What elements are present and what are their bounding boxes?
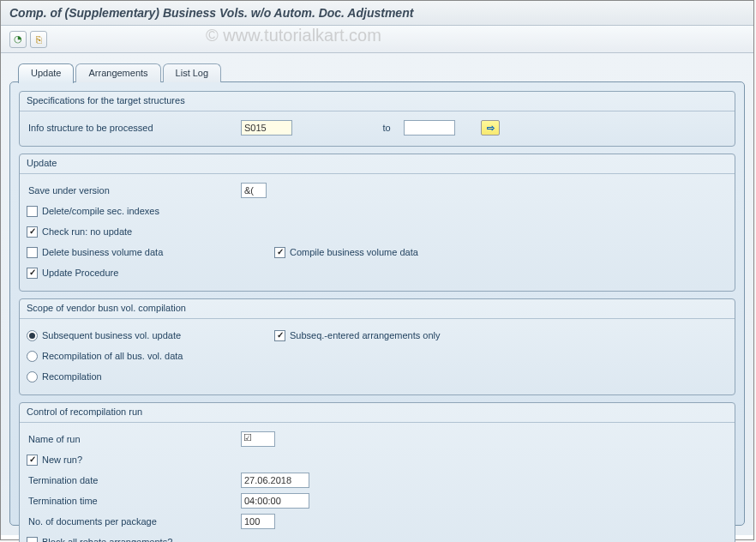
label-to: to [369, 123, 404, 133]
input-info-structure-from[interactable] [241, 120, 292, 136]
variants-button[interactable]: ⎘ [30, 31, 47, 48]
check-label: Subseq.-entered arrangements only [290, 330, 441, 340]
group-update: Update Save under version Delete/compile… [19, 154, 735, 292]
check-delete-bv[interactable]: Delete business volume data [27, 247, 262, 258]
radio-label: Subsequent business vol. update [42, 330, 181, 340]
radio-recomp[interactable]: Recompilation [27, 371, 102, 382]
tab-strip: Update Arrangements List Log [18, 63, 745, 82]
tab-list-log[interactable]: List Log [163, 63, 222, 82]
checkbox-icon [27, 268, 38, 279]
multiple-selection-button[interactable]: ⇨ [481, 120, 500, 136]
label-termination-date: Termination date [27, 475, 241, 485]
check-update-procedure[interactable]: Update Procedure [27, 268, 118, 279]
group-title-specifications: Specifications for the target structures [20, 92, 735, 111]
check-label: Update Procedure [42, 268, 118, 278]
input-info-structure-to[interactable] [404, 120, 455, 136]
input-docs-per-package[interactable] [241, 514, 275, 529]
check-subseq-entered[interactable]: Subseq.-entered arrangements only [274, 330, 441, 341]
check-check-run[interactable]: Check run: no update [27, 226, 132, 238]
application-toolbar: ◔ ⎘ [1, 26, 753, 53]
check-label: Compile business volume data [290, 247, 418, 257]
window-title: Comp. of (Supplementary) Business Vols. … [1, 1, 753, 26]
checkbox-icon [27, 455, 38, 466]
execute-icon: ◔ [14, 33, 22, 45]
check-label: New run? [42, 455, 82, 465]
checkbox-icon [27, 226, 38, 238]
input-name-of-run[interactable] [241, 431, 275, 447]
check-block-rebate[interactable]: Block all rebate arrangements? [27, 537, 172, 543]
checkbox-icon [27, 206, 38, 217]
checkbox-icon [274, 247, 285, 258]
group-specifications: Specifications for the target structures… [19, 91, 735, 147]
group-title-scope: Scope of vendor busn vol. compilation [20, 299, 735, 319]
radio-icon [27, 330, 38, 341]
radio-icon [27, 371, 38, 382]
group-control: Control of recompilation run Name of run… [19, 402, 735, 542]
content-area: Update Arrangements List Log Specificati… [1, 53, 753, 535]
label-name-of-run: Name of run [27, 434, 241, 444]
checkbox-icon [274, 330, 285, 341]
group-title-update: Update [20, 154, 735, 174]
radio-label: Recompilation [42, 371, 102, 382]
label-info-structure: Info structure to be processed [27, 123, 241, 133]
label-termination-time: Termination time [27, 496, 241, 506]
tab-update[interactable]: Update [18, 63, 74, 83]
check-new-run[interactable]: New run? [27, 455, 82, 466]
radio-icon [27, 351, 38, 362]
label-save-version: Save under version [27, 185, 241, 196]
group-scope: Scope of vendor busn vol. compilation Su… [19, 298, 735, 395]
checkbox-icon [27, 537, 38, 543]
check-compile-bv[interactable]: Compile business volume data [274, 247, 418, 258]
sap-window: © www.tutorialkart.com Comp. of (Supplem… [0, 0, 754, 540]
input-termination-time[interactable] [241, 493, 309, 509]
input-save-version[interactable] [241, 183, 267, 198]
check-label: Check run: no update [42, 226, 132, 237]
check-label: Delete business volume data [42, 247, 163, 257]
variants-icon: ⎘ [36, 34, 42, 45]
tab-arrangements[interactable]: Arrangements [75, 63, 160, 82]
check-label: Delete/compile sec. indexes [42, 206, 159, 216]
arrow-right-icon: ⇨ [487, 123, 495, 134]
tab-panel-update: Specifications for the target structures… [9, 81, 745, 526]
check-delete-compile-indexes[interactable]: Delete/compile sec. indexes [27, 206, 159, 217]
label-docs-per-package: No. of documents per package [27, 516, 241, 527]
input-termination-date[interactable] [241, 473, 309, 488]
radio-label: Recompilation of all bus. vol. data [42, 351, 183, 361]
group-title-control: Control of recompilation run [20, 403, 735, 423]
checkbox-icon [27, 247, 38, 258]
radio-subsequent-update[interactable]: Subsequent business vol. update [27, 330, 262, 341]
execute-button[interactable]: ◔ [9, 31, 27, 48]
radio-recomp-all[interactable]: Recompilation of all bus. vol. data [27, 351, 183, 362]
check-label: Block all rebate arrangements? [42, 537, 172, 542]
